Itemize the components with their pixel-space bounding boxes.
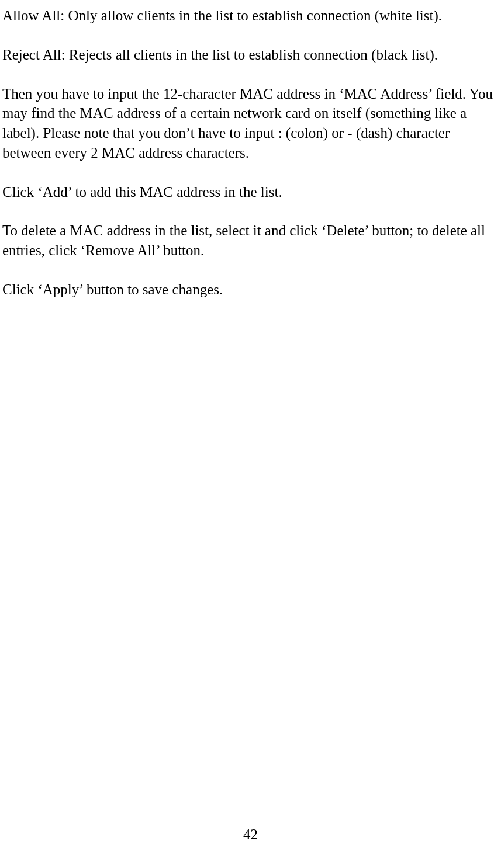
paragraph-reject-all: Reject All: Rejects all clients in the l…: [2, 45, 499, 65]
paragraph-mac-input: Then you have to input the 12-character …: [2, 84, 499, 163]
paragraph-allow-all: Allow All: Only allow clients in the lis…: [2, 6, 499, 26]
paragraph-apply: Click ‘Apply’ button to save changes.: [2, 280, 499, 300]
document-content: Allow All: Only allow clients in the lis…: [2, 6, 499, 300]
paragraph-delete: To delete a MAC address in the list, sel…: [2, 221, 499, 261]
paragraph-add: Click ‘Add’ to add this MAC address in t…: [2, 182, 499, 202]
page-number: 42: [243, 825, 258, 845]
